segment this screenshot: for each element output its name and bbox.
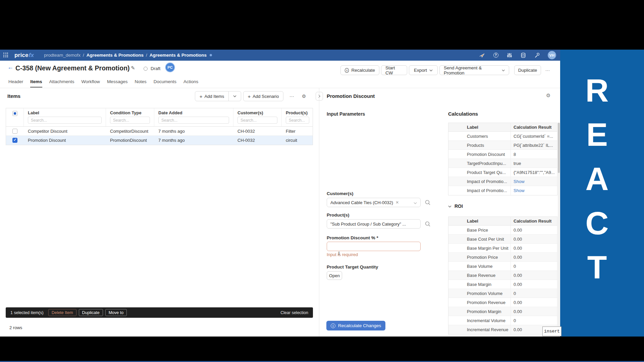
column-filter-input[interactable] bbox=[286, 117, 309, 124]
ptq-open-button[interactable]: Open bbox=[327, 271, 342, 280]
show-link[interactable]: Show bbox=[514, 188, 525, 193]
react-letter: R bbox=[584, 74, 610, 107]
column-filter-input[interactable] bbox=[110, 117, 150, 124]
ai-assistant-icon[interactable] bbox=[479, 52, 485, 58]
detail-panel: Promotion Discount ⚙ Input Parameters Cu… bbox=[319, 88, 560, 337]
breadcrumb-dot-icon bbox=[210, 54, 212, 56]
clear-selection-button[interactable]: Clear selection bbox=[280, 310, 308, 315]
export-button[interactable]: Export bbox=[409, 65, 438, 75]
calc-row: Base Revenue0.00 bbox=[448, 271, 557, 280]
info-icon: i bbox=[331, 323, 335, 328]
column-header[interactable]: Date Added bbox=[154, 108, 233, 117]
detail-settings-icon[interactable]: ⚙ bbox=[546, 93, 550, 99]
column-filter-input[interactable] bbox=[158, 117, 229, 124]
tab-workflow[interactable]: Workflow bbox=[82, 79, 100, 87]
duplicate-item-button[interactable]: Duplicate bbox=[79, 309, 103, 316]
admin-tools-icon[interactable] bbox=[534, 52, 540, 58]
tab-actions[interactable]: Actions bbox=[183, 79, 198, 87]
user-avatar[interactable]: VH bbox=[548, 51, 556, 59]
chevron-down-icon bbox=[233, 95, 236, 97]
column-filter-input[interactable] bbox=[28, 117, 102, 124]
scrollbar-thumb[interactable] bbox=[558, 123, 560, 173]
customers-search-icon[interactable] bbox=[425, 199, 431, 207]
calc-result: 0.00 bbox=[511, 271, 557, 280]
cell-label: Competitor Discount bbox=[24, 129, 106, 134]
cell-customers: CH-0032 bbox=[233, 138, 282, 143]
selection-status: 1 selected item(s) bbox=[10, 310, 44, 315]
select-all-checkbox[interactable] bbox=[12, 111, 17, 116]
chevron-down-icon[interactable] bbox=[414, 200, 417, 205]
roi-label: ROI bbox=[454, 203, 463, 209]
items-settings-icon[interactable]: ⚙ bbox=[299, 91, 309, 101]
help-icon[interactable]: ? bbox=[493, 52, 499, 58]
column-header[interactable]: Product(s) bbox=[282, 108, 313, 117]
calculations-table: LabelCalculation ResultCustomersCG[`cust… bbox=[448, 123, 557, 195]
column-header[interactable]: Label bbox=[24, 108, 106, 117]
add-items-label: Add Items bbox=[205, 94, 224, 99]
calc-label: Promotion Price bbox=[448, 255, 511, 260]
customers-input[interactable]: Advanced Cable Ties (CH-0032) ✕ bbox=[327, 198, 421, 207]
breadcrumb-segment[interactable]: Agreements & Promotions bbox=[150, 53, 207, 58]
calc-label: Base Margin Per Unit bbox=[448, 246, 511, 251]
products-input[interactable]: "Sub Product Group / Sub Category" ... bbox=[327, 219, 421, 229]
tab-messages[interactable]: Messages bbox=[107, 79, 128, 87]
tab-items[interactable]: Items bbox=[30, 79, 42, 87]
add-scenario-button[interactable]: + Add Scenario bbox=[243, 91, 283, 101]
delete-item-button[interactable]: Delete Item bbox=[48, 309, 76, 316]
start-cw-button[interactable]: Start CW bbox=[381, 65, 407, 75]
calc-result: 0.00 bbox=[511, 253, 557, 261]
calc-row: Base Cost Per Unit0.00 bbox=[448, 235, 557, 244]
calc-row: Promotion Discount8 bbox=[448, 150, 557, 159]
row-checkbox[interactable] bbox=[12, 129, 17, 134]
duplicate-button[interactable]: Duplicate bbox=[514, 65, 541, 75]
calc-result: 0 bbox=[511, 262, 557, 270]
main-content: ← C-358 (New Agreement & Promotion) ✎ Dr… bbox=[0, 61, 560, 337]
table-row[interactable]: Competitor DiscountCompetitorDiscount7 m… bbox=[6, 127, 313, 136]
column-header[interactable]: Condition Type bbox=[106, 108, 154, 117]
move-to-button[interactable]: Move to bbox=[105, 309, 127, 316]
promotion-discount-input[interactable] bbox=[327, 242, 421, 251]
tab-notes[interactable]: Notes bbox=[135, 79, 146, 87]
tab-attachments[interactable]: Attachments bbox=[49, 79, 74, 87]
recalculate-button[interactable]: i Recalculate bbox=[340, 65, 379, 75]
products-search-icon[interactable] bbox=[425, 221, 431, 228]
app-grid-icon[interactable] bbox=[3, 53, 8, 58]
calc-result: 8 bbox=[511, 150, 557, 159]
add-items-dropdown-button[interactable] bbox=[228, 91, 241, 101]
cell-label: Promotion Discount bbox=[24, 138, 106, 143]
calc-result: PG[`attribute22` IL... bbox=[511, 141, 557, 149]
calc-result: 0.00 bbox=[511, 226, 557, 234]
promotion-discount-label: Promotion Discount % * bbox=[327, 235, 378, 240]
show-link[interactable]: Show bbox=[514, 179, 525, 184]
breadcrumb-segment[interactable]: prodteam_demofx bbox=[44, 53, 80, 58]
breadcrumb-segment[interactable]: Agreements & Promotions bbox=[87, 53, 144, 58]
tab-header[interactable]: Header bbox=[8, 79, 23, 87]
row-checkbox[interactable] bbox=[12, 138, 17, 143]
back-button[interactable]: ← bbox=[7, 64, 13, 71]
scrollbar[interactable] bbox=[558, 123, 560, 337]
edit-title-icon[interactable]: ✎ bbox=[131, 65, 135, 71]
calc-row: Promotion Margin0.00 bbox=[448, 307, 557, 316]
column-filter-input[interactable] bbox=[237, 117, 277, 124]
add-items-button[interactable]: + Add Items bbox=[195, 91, 229, 101]
items-more-button[interactable]: ··· bbox=[287, 91, 297, 101]
col-label: Label bbox=[448, 125, 511, 130]
pricefx-logo[interactable]: pricefx bbox=[14, 52, 34, 59]
column-header[interactable]: Customer(s) bbox=[233, 108, 281, 117]
roi-heading[interactable]: ROI bbox=[448, 203, 463, 209]
cell-customers: CH-0032 bbox=[233, 129, 282, 134]
more-actions-button[interactable]: ··· bbox=[543, 65, 552, 75]
send-agreement-button[interactable]: Send Agreement & Promotion bbox=[439, 65, 509, 75]
database-icon[interactable] bbox=[520, 52, 526, 58]
validation-error: Input is required bbox=[327, 252, 358, 257]
recalculate-changes-button[interactable]: i Recalculate Changes bbox=[326, 321, 385, 330]
selection-bar: 1 selected item(s) Delete Item Duplicate… bbox=[6, 307, 313, 318]
calc-row: ProductsPG[`attribute22` IL... bbox=[448, 141, 557, 150]
duplicate-label: Duplicate bbox=[518, 68, 537, 73]
table-row[interactable]: Promotion DiscountPromotionDiscount7 mon… bbox=[6, 136, 313, 145]
col-label: Label bbox=[448, 219, 511, 224]
remove-customer-icon[interactable]: ✕ bbox=[395, 200, 399, 205]
settings-sliders-icon[interactable] bbox=[506, 52, 513, 58]
owner-avatar[interactable]: PC bbox=[166, 63, 174, 72]
tab-documents[interactable]: Documents bbox=[154, 79, 176, 87]
